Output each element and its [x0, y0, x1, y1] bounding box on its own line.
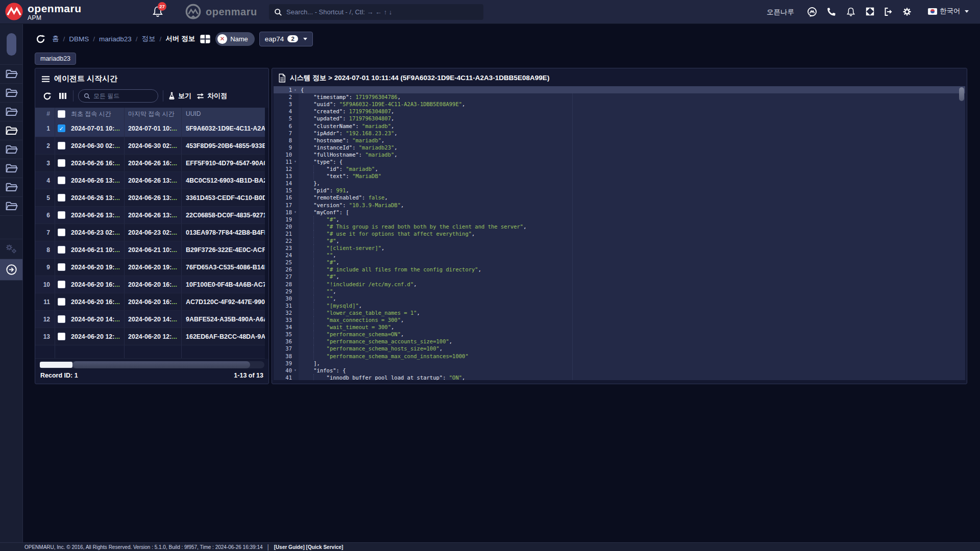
select-all-checkbox[interactable]: [58, 110, 65, 118]
table-row[interactable]: 112024-06-20 16:...2024-06-20 16:...AC7D…: [35, 293, 268, 311]
field-search-input[interactable]: [93, 92, 153, 99]
sidebar-item-folder[interactable]: [0, 84, 22, 103]
code-line[interactable]: 25 "#",: [274, 259, 965, 266]
row-checkbox[interactable]: [58, 263, 65, 271]
sidebar-item-folder[interactable]: [0, 197, 22, 216]
code-line[interactable]: 31 "[mysqld]",: [274, 302, 965, 309]
code-line[interactable]: 38 "performance_schema_max_cond_instance…: [274, 352, 965, 359]
code-line[interactable]: 26 "# include all files from the config …: [274, 266, 965, 273]
scrollbar-thumb[interactable]: [72, 361, 250, 368]
breadcrumb-item[interactable]: mariadb23: [99, 35, 132, 43]
code-line[interactable]: 27 "#",: [274, 273, 965, 280]
code-line[interactable]: 36 "performance_schema_accounts_size=100…: [274, 338, 965, 345]
row-checkbox[interactable]: [58, 211, 65, 219]
code-line[interactable]: 9 "instanceId": "mariadb23",: [274, 144, 965, 151]
col-header-first[interactable]: 최초 접속 시간: [67, 108, 125, 120]
field-search[interactable]: [78, 89, 158, 103]
sidebar-item-folder[interactable]: [0, 103, 22, 121]
code-line[interactable]: 34 "wait_timeout = 300",: [274, 323, 965, 331]
gear-icon[interactable]: [902, 7, 913, 18]
refresh-button[interactable]: [35, 33, 46, 44]
row-checkbox[interactable]: [58, 315, 65, 323]
col-header-index[interactable]: #: [35, 108, 55, 120]
sidebar-item-folder[interactable]: [0, 178, 22, 197]
table-row[interactable]: 102024-06-20 16:...2024-06-20 16:...10F1…: [35, 276, 268, 293]
fold-toggle-icon[interactable]: ▾: [292, 88, 299, 92]
code-line[interactable]: 12 "id": "mariadb",: [274, 165, 965, 172]
table-row[interactable]: 132024-06-20 12:...2024-06-20 12:...162E…: [35, 328, 268, 345]
col-header-checkbox[interactable]: [55, 108, 67, 120]
sidebar-item-folder-active[interactable]: [0, 121, 22, 140]
fold-toggle-icon[interactable]: ▾: [292, 159, 299, 164]
code-line[interactable]: 4 "created": 1719796304807,: [274, 108, 965, 115]
code-line[interactable]: 35 "performance_schema=ON",: [274, 331, 965, 338]
row-checkbox[interactable]: [58, 159, 65, 167]
code-line[interactable]: 20 "# This group is read both both by th…: [274, 223, 965, 230]
code-line[interactable]: 30 "",: [274, 295, 965, 302]
table-row[interactable]: 1✓2024-07-01 10:...2024-07-01 10:...5F9A…: [35, 120, 268, 137]
row-checkbox[interactable]: [58, 281, 65, 288]
scope-dropdown[interactable]: eap74 2: [259, 32, 313, 46]
table-row[interactable]: 22024-06-30 02:...2024-06-30 02:...453F8…: [35, 137, 268, 155]
sidebar-item-folder[interactable]: [0, 65, 22, 84]
breadcrumb-item[interactable]: 정보: [142, 34, 156, 43]
columns-icon[interactable]: [57, 90, 68, 102]
expand-icon[interactable]: [865, 7, 876, 18]
remove-filter-icon[interactable]: ✕: [217, 34, 227, 44]
code-line[interactable]: 40▾ "infos": {: [274, 367, 965, 374]
sidebar-item-folder[interactable]: [0, 159, 22, 178]
row-checkbox[interactable]: [58, 246, 65, 254]
menu-icon[interactable]: [41, 76, 50, 83]
code-line[interactable]: 32 "lower_case_table_names = 1",: [274, 309, 965, 316]
code-line[interactable]: 8 "hostname": "mariadb",: [274, 137, 965, 144]
table-row[interactable]: 42024-06-26 13:...2024-06-26 13:...4BC0C…: [35, 172, 268, 189]
bell-icon-small[interactable]: [846, 7, 857, 18]
filter-chip-name[interactable]: ✕ Name: [215, 32, 255, 46]
table-row[interactable]: 82024-06-21 10:...2024-06-21 10:...B29F3…: [35, 241, 268, 259]
search-input[interactable]: [286, 8, 478, 16]
language-selector[interactable]: 한국어: [928, 7, 969, 16]
global-search[interactable]: [269, 4, 483, 20]
fold-toggle-icon[interactable]: ▾: [292, 368, 299, 372]
scrollbar-segment[interactable]: [40, 362, 72, 368]
row-checkbox[interactable]: [58, 177, 65, 184]
code-line[interactable]: 2 "timestamp": 1719796304786,: [274, 93, 965, 101]
table-vertical-scrollbar[interactable]: [265, 108, 268, 359]
code-line[interactable]: 11▾ "type": {: [274, 158, 965, 165]
row-checkbox[interactable]: [58, 298, 65, 306]
openmaru-chat-icon[interactable]: [806, 7, 818, 18]
code-line[interactable]: 6 "clusterName": "mariadb",: [274, 122, 965, 129]
col-header-last[interactable]: 마지막 접속 시간: [125, 108, 182, 120]
sidebar-item-arrow-circle[interactable]: [0, 259, 22, 281]
col-header-uuid[interactable]: UUID: [181, 108, 268, 120]
code-line[interactable]: 23 "[client-server]",: [274, 244, 965, 252]
code-line[interactable]: 5 "updated": 1719796304807,: [274, 115, 965, 122]
code-line[interactable]: 19 "#",: [274, 216, 965, 223]
fold-toggle-icon[interactable]: ▾: [292, 210, 299, 214]
row-checkbox[interactable]: [58, 229, 65, 236]
breadcrumb-item[interactable]: 홈: [52, 34, 59, 43]
code-line[interactable]: 41 "innodb_buffer_pool_load_at_startup":…: [274, 374, 965, 380]
editor-scrollbar[interactable]: [959, 87, 964, 379]
sidebar-item-toggle-pill[interactable]: [0, 24, 22, 65]
table-horizontal-scrollbar[interactable]: [39, 361, 264, 368]
footer-links[interactable]: [User Guide] [Quick Service]: [274, 544, 344, 550]
breadcrumb-item[interactable]: DBMS: [69, 35, 89, 43]
code-line[interactable]: 3 "uuid": "5F9A6032-1D9E-4C11-A2A3-1DBB5…: [274, 101, 965, 108]
code-line[interactable]: 37 "performance_schema_hosts_size=100",: [274, 345, 965, 352]
app-logo[interactable]: openmaru APM: [4, 2, 82, 22]
code-line[interactable]: 24 "",: [274, 252, 965, 259]
user-name[interactable]: 오픈나루: [767, 8, 794, 17]
code-line[interactable]: 21 "# use it for options that affect eve…: [274, 230, 965, 237]
code-line[interactable]: 15 "pid": 991,: [274, 187, 965, 194]
table-row[interactable]: 62024-06-26 13:...2024-06-26 13:...22C06…: [35, 207, 268, 224]
code-line[interactable]: 1▾{: [274, 86, 965, 93]
instance-tag[interactable]: mariadb23: [35, 53, 76, 65]
diff-button[interactable]: 차이점: [196, 91, 227, 101]
code-line[interactable]: 29 "",: [274, 288, 965, 295]
sign-out-icon[interactable]: [883, 7, 894, 18]
table-row[interactable]: 32024-06-26 16:...2024-06-26 16:...EFF5F…: [35, 155, 268, 172]
sidebar-item-gears[interactable]: [0, 239, 22, 259]
sidebar-item-folder[interactable]: [0, 140, 22, 159]
row-checkbox[interactable]: [58, 194, 65, 202]
